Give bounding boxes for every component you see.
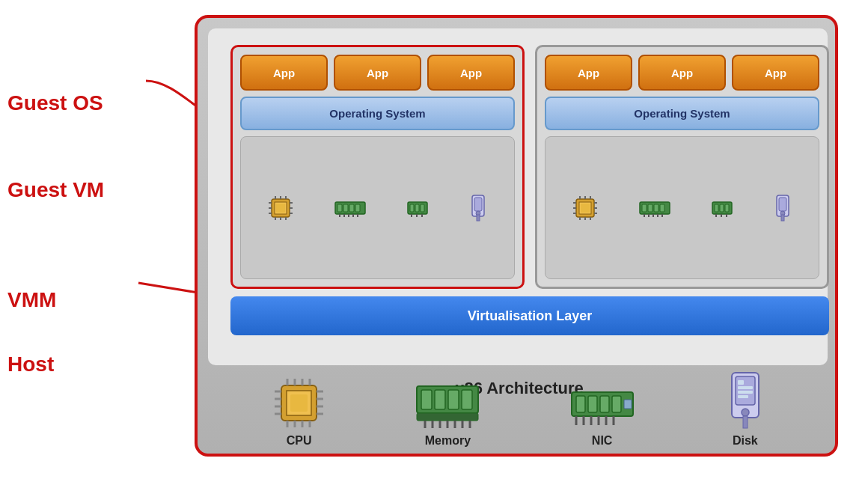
- disk-icon: [723, 371, 768, 431]
- vm1-apps-row: App App App: [240, 55, 515, 91]
- vmm-label: VMM: [7, 287, 104, 314]
- svg-rect-20: [355, 204, 360, 212]
- virt-layer: Virtualisation Layer: [230, 296, 829, 335]
- svg-rect-122: [738, 386, 753, 389]
- guest-vm-label: Guest VM: [7, 177, 104, 204]
- svg-rect-93: [421, 390, 432, 409]
- vm1-hw-row: [240, 136, 515, 279]
- svg-rect-27: [410, 204, 414, 212]
- vm2-app3: App: [732, 55, 819, 91]
- svg-rect-96: [462, 390, 472, 409]
- vm2-app1: App: [545, 55, 632, 91]
- vm2-ram-icon: [638, 198, 671, 219]
- vm2-cpu-icon: [571, 194, 599, 222]
- svg-rect-39: [581, 204, 590, 213]
- bottom-hw: CPU Memor: [198, 371, 841, 448]
- svg-rect-107: [588, 396, 597, 412]
- svg-rect-19: [349, 204, 354, 212]
- svg-rect-72: [781, 215, 784, 221]
- vm1-ram-icon: [334, 198, 367, 219]
- svg-rect-65: [725, 204, 729, 212]
- svg-rect-121: [738, 380, 744, 385]
- cpu-label: CPU: [287, 434, 312, 448]
- cpu-icon: [271, 375, 327, 431]
- memory-label: Memory: [425, 434, 471, 448]
- svg-rect-34: [474, 198, 482, 211]
- nic-label: NIC: [592, 434, 613, 448]
- svg-point-119: [742, 409, 749, 416]
- vm2-disk-icon: [772, 194, 793, 222]
- vm1-app1: App: [240, 55, 328, 91]
- svg-rect-3: [276, 204, 285, 213]
- inner-area: App App App Operating System: [208, 28, 828, 365]
- guests-area: App App App Operating System: [230, 45, 829, 289]
- nic-icon: [569, 386, 636, 431]
- svg-rect-109: [612, 396, 621, 412]
- svg-rect-53: [642, 204, 647, 212]
- disk-label: Disk: [733, 434, 758, 448]
- vm2-os: Operating System: [545, 97, 819, 130]
- hw-disk: Disk: [723, 371, 768, 448]
- svg-rect-123: [738, 391, 753, 394]
- vm1-disk-icon: [468, 194, 489, 222]
- hw-nic: NIC: [569, 386, 636, 448]
- hw-cpu: CPU: [271, 375, 327, 448]
- host-box: App App App Operating System: [195, 15, 838, 457]
- hw-memory: Memory: [414, 377, 481, 448]
- svg-rect-64: [720, 204, 724, 212]
- host-label: Host: [7, 351, 104, 378]
- svg-rect-63: [715, 204, 718, 212]
- vm1-os: Operating System: [240, 97, 515, 130]
- vm1-cpu-icon: [266, 194, 295, 222]
- vm1-ram2-icon: [406, 198, 429, 219]
- diagram: App App App Operating System: [195, 15, 838, 457]
- svg-rect-94: [435, 390, 445, 409]
- svg-rect-124: [738, 395, 748, 398]
- svg-rect-54: [648, 204, 652, 212]
- svg-rect-17: [337, 204, 342, 212]
- svg-rect-70: [779, 198, 786, 211]
- svg-rect-97: [417, 413, 478, 421]
- vm2-ram2-icon: [711, 198, 733, 219]
- vm2-box: App App App Operating System: [535, 45, 829, 289]
- memory-icon: [414, 377, 481, 431]
- svg-rect-56: [660, 204, 664, 212]
- svg-rect-36: [477, 215, 480, 221]
- label-area: Guest OS Guest VM VMM Host: [7, 45, 104, 379]
- svg-rect-108: [600, 396, 609, 412]
- vm1-app2: App: [334, 55, 421, 91]
- svg-rect-106: [576, 396, 585, 412]
- vm1-app3: App: [427, 55, 515, 91]
- vm2-apps-row: App App App: [545, 55, 819, 91]
- vm1-box: App App App Operating System: [230, 45, 525, 289]
- svg-rect-29: [421, 204, 424, 212]
- vm2-app2: App: [638, 55, 726, 91]
- guest-os-label: Guest OS: [7, 90, 104, 117]
- svg-rect-110: [624, 400, 632, 409]
- vm2-hw-row: [545, 136, 819, 279]
- svg-rect-18: [343, 204, 348, 212]
- svg-rect-95: [448, 390, 459, 409]
- svg-rect-75: [290, 394, 308, 412]
- svg-rect-120: [743, 416, 748, 428]
- svg-rect-55: [654, 204, 658, 212]
- svg-rect-28: [415, 204, 419, 212]
